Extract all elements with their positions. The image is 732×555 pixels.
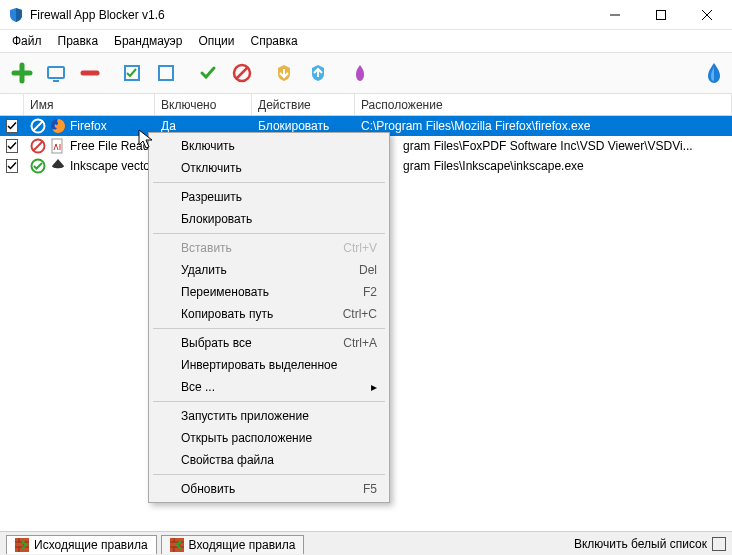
menu-edit[interactable]: Правка bbox=[50, 32, 107, 50]
inkscape-icon bbox=[50, 158, 66, 174]
whitelist-checkbox[interactable] bbox=[712, 537, 726, 551]
context-menu: Включить Отключить Разрешить Блокировать… bbox=[148, 132, 390, 503]
col-name[interactable]: Имя bbox=[24, 94, 155, 115]
cm-more[interactable]: Все ...▸ bbox=[151, 376, 387, 398]
row-location: gram Files\FoxPDF Software Inc\VSD Viewe… bbox=[355, 139, 732, 153]
svg-rect-4 bbox=[48, 67, 64, 78]
row-name: Inkscape vector bbox=[70, 159, 154, 173]
cm-enable[interactable]: Включить bbox=[151, 135, 387, 157]
column-headers: Имя Включено Действие Расположение bbox=[0, 94, 732, 116]
row-enabled: Да bbox=[155, 119, 252, 133]
firewall-in-icon bbox=[170, 538, 184, 552]
uncheckall-button[interactable] bbox=[150, 57, 182, 89]
cm-delete[interactable]: УдалитьDel bbox=[151, 259, 387, 281]
remove-button[interactable] bbox=[74, 57, 106, 89]
row-checkbox[interactable] bbox=[6, 159, 18, 173]
svg-line-10 bbox=[236, 67, 248, 79]
allow-icon bbox=[30, 158, 46, 174]
tab-outgoing[interactable]: Исходящие правила bbox=[6, 535, 157, 554]
firefox-icon bbox=[50, 118, 66, 134]
menu-options[interactable]: Опции bbox=[190, 32, 242, 50]
export-button[interactable] bbox=[268, 57, 300, 89]
app-icon bbox=[8, 7, 24, 23]
menu-file[interactable]: Файл bbox=[4, 32, 50, 50]
brand-icon bbox=[702, 61, 726, 85]
statusbar: Исходящие правила Входящие правила Включ… bbox=[0, 531, 732, 555]
prohibit-icon bbox=[30, 138, 46, 154]
menubar: Файл Правка Брандмауэр Опции Справка bbox=[0, 30, 732, 52]
chevron-right-icon: ▸ bbox=[371, 380, 377, 394]
menu-help[interactable]: Справка bbox=[243, 32, 306, 50]
window-title: Firewall App Blocker v1.6 bbox=[30, 8, 592, 22]
svg-rect-1 bbox=[657, 10, 666, 19]
process-button[interactable] bbox=[40, 57, 72, 89]
row-location: gram Files\Inkscape\inkscape.exe bbox=[355, 159, 732, 173]
import-button[interactable] bbox=[302, 57, 334, 89]
cm-invert[interactable]: Инвертировать выделенное bbox=[151, 354, 387, 376]
firewall-settings-button[interactable] bbox=[344, 57, 376, 89]
cm-selectall[interactable]: Выбрать всеCtrl+A bbox=[151, 332, 387, 354]
cm-disable[interactable]: Отключить bbox=[151, 157, 387, 179]
maximize-button[interactable] bbox=[638, 0, 684, 30]
row-location: C:\Program Files\Mozilla Firefox\firefox… bbox=[355, 119, 732, 133]
col-check[interactable] bbox=[0, 94, 24, 115]
prohibit-icon bbox=[30, 118, 46, 134]
row-name: Firefox bbox=[70, 119, 107, 133]
whitelist-toggle[interactable]: Включить белый список bbox=[574, 537, 726, 551]
row-action: Блокировать bbox=[252, 119, 355, 133]
cm-copypath[interactable]: Копировать путьCtrl+C bbox=[151, 303, 387, 325]
svg-line-15 bbox=[33, 141, 43, 151]
row-name: Free File Reader bbox=[70, 139, 155, 153]
cm-block[interactable]: Блокировать bbox=[151, 208, 387, 230]
cm-rename[interactable]: ПереименоватьF2 bbox=[151, 281, 387, 303]
cm-run[interactable]: Запустить приложение bbox=[151, 405, 387, 427]
minimize-button[interactable] bbox=[592, 0, 638, 30]
checkall-button[interactable] bbox=[116, 57, 148, 89]
cm-props[interactable]: Свойства файла bbox=[151, 449, 387, 471]
row-checkbox[interactable] bbox=[6, 139, 18, 153]
block-button[interactable] bbox=[226, 57, 258, 89]
cm-allow[interactable]: Разрешить bbox=[151, 186, 387, 208]
svg-line-12 bbox=[33, 121, 43, 131]
allow-button[interactable] bbox=[192, 57, 224, 89]
toolbar bbox=[0, 52, 732, 94]
col-location[interactable]: Расположение bbox=[355, 94, 732, 115]
close-button[interactable] bbox=[684, 0, 730, 30]
tab-incoming[interactable]: Входящие правила bbox=[161, 535, 305, 554]
col-action[interactable]: Действие bbox=[252, 94, 355, 115]
cm-refresh[interactable]: ОбновитьF5 bbox=[151, 478, 387, 500]
row-checkbox[interactable] bbox=[6, 119, 18, 133]
svg-rect-8 bbox=[159, 66, 173, 80]
vsd-icon bbox=[50, 138, 66, 154]
firewall-out-icon bbox=[15, 538, 29, 552]
titlebar: Firewall App Blocker v1.6 bbox=[0, 0, 732, 30]
menu-firewall[interactable]: Брандмауэр bbox=[106, 32, 190, 50]
col-enabled[interactable]: Включено bbox=[155, 94, 252, 115]
cm-openloc[interactable]: Открыть расположение bbox=[151, 427, 387, 449]
cm-paste: ВставитьCtrl+V bbox=[151, 237, 387, 259]
add-button[interactable] bbox=[6, 57, 38, 89]
